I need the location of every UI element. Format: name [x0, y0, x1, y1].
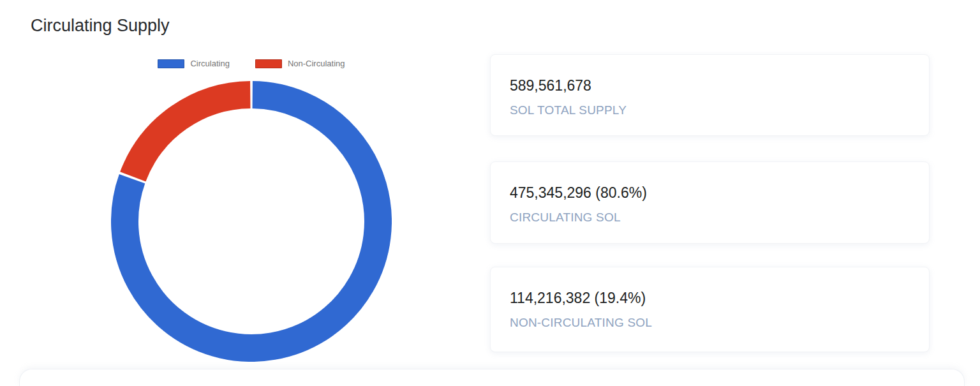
total-supply-label: SOL TOTAL SUPPLY: [510, 103, 910, 118]
total-supply-card: 589,561,678 SOL TOTAL SUPPLY: [490, 54, 930, 136]
circulating-sol-value: 475,345,296 (80.6%): [510, 184, 910, 202]
circulating-swatch: [158, 59, 184, 68]
total-supply-value: 589,561,678: [510, 77, 910, 94]
non-circulating-swatch: [255, 59, 282, 68]
chart-legend: Circulating Non-Circulating: [98, 59, 405, 68]
legend-item-non-circulating[interactable]: Non-Circulating: [255, 59, 345, 68]
non-circulating-sol-value: 114,216,382 (19.4%): [510, 289, 910, 307]
circulating-supply-section: Circulating Supply Circulating Non-Circu…: [0, 0, 980, 386]
supply-donut-chart: [111, 81, 392, 362]
next-section-card: [19, 369, 965, 386]
legend-label-non-circulating: Non-Circulating: [288, 59, 345, 68]
legend-item-circulating[interactable]: Circulating: [158, 59, 229, 68]
supply-donut-chart-area: [111, 81, 392, 362]
circulating-sol-label: CIRCULATING SOL: [510, 210, 910, 225]
donut-segment-non-circulating[interactable]: [133, 95, 250, 177]
non-circulating-sol-label: NON-CIRCULATING SOL: [510, 315, 910, 330]
page-title: Circulating Supply: [31, 14, 170, 37]
legend-label-circulating: Circulating: [190, 59, 229, 68]
circulating-sol-card: 475,345,296 (80.6%) CIRCULATING SOL: [490, 161, 930, 244]
non-circulating-sol-card: 114,216,382 (19.4%) NON-CIRCULATING SOL: [490, 267, 930, 352]
